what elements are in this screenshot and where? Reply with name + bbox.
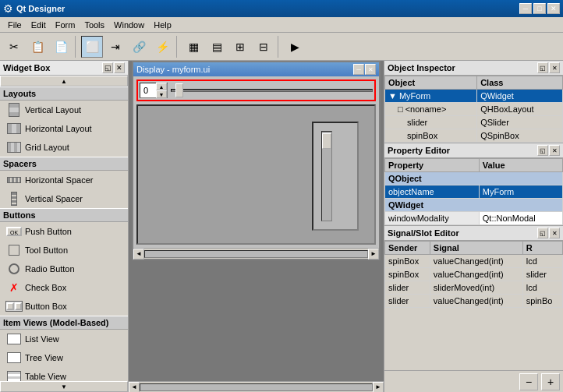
widget-item-radio-button[interactable]: Radio Button [0,260,128,278]
signal-bottom-bar: − + [384,370,563,392]
maximize-button[interactable]: □ [533,3,546,14]
toolbar-tab-order[interactable]: ⇥ [104,36,126,58]
radio-button-label: Radio Button [25,264,75,274]
widget-scroll-down[interactable]: ▼ [0,381,128,392]
toolbar-layout-f[interactable]: ⊟ [253,36,274,58]
toolbar-layout-h[interactable]: ▦ [182,36,204,58]
toolbar-cut[interactable]: ✂ [3,36,25,58]
property-editor-header: Property Editor ◱ ✕ [384,143,563,158]
prop-objectname-value: MyForm [479,185,562,199]
center-scroll-track[interactable] [140,383,373,391]
widget-item-table-view[interactable]: Table View [0,367,128,381]
signal-editor-buttons: ◱ ✕ [537,228,560,238]
widget-item-check-box[interactable]: ✗ Check Box [0,278,128,297]
toolbar-layout-v[interactable]: ▤ [206,36,228,58]
toolbar-sep1 [75,36,78,58]
radio-button-icon [6,261,22,277]
widget-scroll-up[interactable]: ▲ [0,76,128,87]
close-button[interactable]: ✕ [547,3,560,14]
widget-item-button-box[interactable]: Button Box [0,297,128,316]
signal-row-1[interactable]: spinBox valueChanged(int) lcd [385,255,563,268]
menu-window[interactable]: Window [109,19,149,31]
tool-button-label: Tool Button [25,245,68,255]
vertical-layout-icon [6,102,22,118]
inspector-close[interactable]: ✕ [549,62,560,73]
hscroll-right[interactable]: ► [368,249,379,260]
toolbar-buddy[interactable]: 🔗 [128,36,150,58]
section-item-views: Item Views (Model-Based) [0,316,128,330]
signal-row-3[interactable]: slider sliderMoved(int) lcd [385,281,563,295]
slider-track[interactable] [171,83,373,98]
inspector-spinbox-class: QSpinBox [477,129,563,143]
spinbox[interactable]: 0 ▲ ▼ [140,83,168,98]
signal-add-button[interactable]: + [541,373,560,390]
widget-item-vspacer[interactable]: Vertical Spacer [0,189,128,208]
toolbar-preview[interactable]: ▶ [284,36,306,58]
inspector-row-myform[interactable]: ▼ MyForm QWidget [385,90,563,103]
toolbar-paste[interactable]: 📄 [50,36,72,58]
prop-row-objectname[interactable]: objectName MyForm [385,185,563,199]
property-float[interactable]: ◱ [537,145,548,156]
slider-thumb[interactable] [175,83,183,97]
menu-form[interactable]: Form [51,19,80,31]
inspector-row-slider[interactable]: slider QSlider [385,116,563,129]
widget-box-close[interactable]: ✕ [114,62,125,73]
toolbar-signal[interactable]: ⚡ [151,36,173,58]
widget-item-hspacer[interactable]: Horizontal Spacer [0,171,128,189]
property-editor-title: Property Editor [388,146,450,155]
vertical-slider[interactable] [321,131,332,221]
toolbar-layout-g[interactable]: ⊞ [229,36,251,58]
signal-sender-2: spinBox [385,268,430,281]
v-slider-thumb[interactable] [322,133,331,149]
inspector-float[interactable]: ◱ [537,62,548,73]
hscroll-left[interactable]: ◄ [133,249,144,260]
main-area: Widget Box ◱ ✕ ▲ Layouts Vertical Layout… [0,61,563,392]
signal-sender-3: slider [385,281,430,295]
toolbar-copy[interactable]: 📋 [27,36,48,58]
center-area: Display - myform.ui ─ ✕ 0 ▲ ▼ [129,61,384,392]
widget-item-list-view[interactable]: List View [0,330,128,348]
spin-up[interactable]: ▲ [156,83,167,90]
inspector-title: Object Inspector [388,63,455,72]
signal-float[interactable]: ◱ [537,228,548,238]
widget-item-vertical-layout[interactable]: Vertical Layout [0,101,128,119]
widget-box-float[interactable]: ◱ [102,62,113,73]
widget-item-push-button[interactable]: OK Push Button [0,222,128,241]
center-scroll-left[interactable]: ◄ [129,382,140,393]
menu-tools[interactable]: Tools [80,19,109,31]
signal-editor-header: Signal/Slot Editor ◱ ✕ [384,226,563,241]
prop-col-value: Value [479,159,562,172]
spin-down[interactable]: ▼ [156,90,167,98]
hscroll-track[interactable] [144,250,368,258]
tool-button-icon [6,242,22,258]
menu-edit[interactable]: Edit [27,19,51,31]
signal-col-signal: Signal [430,242,522,255]
signal-row-2[interactable]: spinBox valueChanged(int) slider [385,268,563,281]
widget-box-title: Widget Box [3,63,50,72]
inspector-row-noname[interactable]: □ <noname> QHBoxLayout [385,103,563,116]
menu-help[interactable]: Help [149,19,176,31]
widget-box-buttons: ◱ ✕ [102,62,125,73]
minimize-button[interactable]: ─ [519,3,532,14]
widget-item-tool-button[interactable]: Tool Button [0,241,128,260]
prop-row-windowmodality[interactable]: windowModality Qt::NonModal [385,212,563,225]
menu-file[interactable]: File [3,19,27,31]
property-close[interactable]: ✕ [549,145,560,156]
signal-row-4[interactable]: slider valueChanged(int) spinBo [385,295,563,308]
button-box-label: Button Box [25,302,67,311]
inspector-row-spinbox[interactable]: spinBox QSpinBox [385,129,563,143]
center-scroll-right[interactable]: ► [373,382,384,393]
display-min[interactable]: ─ [353,64,364,75]
signal-close[interactable]: ✕ [549,228,560,238]
tree-view-icon [6,350,22,366]
vertical-layout-label: Vertical Layout [25,105,81,115]
widget-item-horizontal-layout[interactable]: Horizontal Layout [0,119,128,138]
slider-line [171,89,373,92]
form-area[interactable] [136,104,376,245]
prop-row-qobject: QObject [385,172,563,185]
widget-item-tree-view[interactable]: Tree View [0,348,128,367]
toolbar-select[interactable]: ⬜ [81,36,103,58]
widget-item-grid-layout[interactable]: Grid Layout [0,138,128,157]
signal-remove-button[interactable]: − [519,373,538,390]
display-close[interactable]: ✕ [365,64,376,75]
